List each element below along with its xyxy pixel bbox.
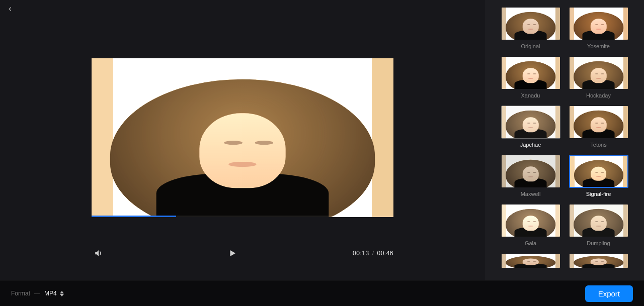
filter-label: Japchae	[520, 142, 541, 148]
filter-label: Original	[521, 43, 540, 49]
filter-label: Gala	[525, 240, 536, 246]
filter-item-signal-fire[interactable]: Signal-fire	[568, 155, 629, 197]
preview-stage	[0, 0, 485, 240]
filter-item-10[interactable]	[500, 253, 561, 268]
filter-label: Hockaday	[586, 92, 611, 98]
filter-label: Xanadu	[521, 92, 540, 98]
back-button[interactable]	[4, 3, 16, 15]
progress-track[interactable]	[92, 216, 393, 217]
player-controls: 00:13 / 00:46	[92, 246, 393, 280]
footer-bar: Format — MP4 Export	[0, 280, 644, 306]
filter-thumbnail	[501, 155, 560, 188]
format-select[interactable]: MP4	[44, 290, 64, 297]
progress-fill	[92, 216, 176, 217]
filter-thumbnail	[569, 155, 628, 188]
svg-marker-2	[60, 294, 64, 296]
stepper-icon	[60, 291, 64, 296]
filter-label: Yosemite	[587, 43, 610, 49]
svg-marker-0	[230, 250, 236, 256]
filter-thumbnail	[501, 253, 560, 268]
filter-item-dumpling[interactable]: Dumpling	[568, 204, 629, 246]
filter-thumbnail	[569, 7, 628, 40]
filter-item-maxwell[interactable]: Maxwell	[500, 155, 561, 197]
filter-item-tetons[interactable]: Tetons	[568, 106, 629, 148]
filter-item-11[interactable]	[568, 253, 629, 268]
format-dash: —	[34, 290, 40, 297]
filter-item-hockaday[interactable]: Hockaday	[568, 56, 629, 98]
filter-thumbnail	[501, 204, 560, 237]
filter-thumbnail	[569, 204, 628, 237]
play-button[interactable]	[225, 246, 239, 260]
filter-item-original[interactable]: Original	[500, 7, 561, 49]
preview-pane: 00:13 / 00:46	[0, 0, 485, 280]
filter-item-xanadu[interactable]: Xanadu	[500, 56, 561, 98]
filter-label: Maxwell	[521, 191, 541, 197]
format-value: MP4	[44, 290, 57, 297]
time-separator: /	[372, 250, 374, 257]
current-time: 00:13	[353, 250, 369, 257]
filter-thumbnail	[501, 106, 560, 139]
chevron-left-icon	[7, 6, 14, 13]
video-preview[interactable]	[92, 58, 393, 217]
play-icon	[228, 249, 237, 258]
filters-panel[interactable]: OriginalYosemiteXanaduHockadayJapchaeTet…	[485, 0, 644, 280]
filter-thumbnail	[569, 106, 628, 139]
svg-marker-1	[60, 291, 64, 293]
export-button[interactable]: Export	[585, 285, 633, 302]
filter-thumbnail	[501, 56, 560, 89]
volume-button[interactable]	[92, 246, 106, 260]
filter-item-yosemite[interactable]: Yosemite	[568, 7, 629, 49]
filter-label: Signal-fire	[586, 191, 611, 197]
filter-item-japchae[interactable]: Japchae	[500, 106, 561, 148]
volume-icon	[94, 249, 103, 258]
filter-label: Dumpling	[587, 240, 610, 246]
duration: 00:46	[377, 250, 393, 257]
filter-label: Tetons	[590, 142, 606, 148]
filter-thumbnail	[569, 253, 628, 268]
filter-thumbnail	[501, 7, 560, 40]
filter-item-gala[interactable]: Gala	[500, 204, 561, 246]
filter-thumbnail	[569, 56, 628, 89]
format-label: Format	[11, 290, 30, 297]
